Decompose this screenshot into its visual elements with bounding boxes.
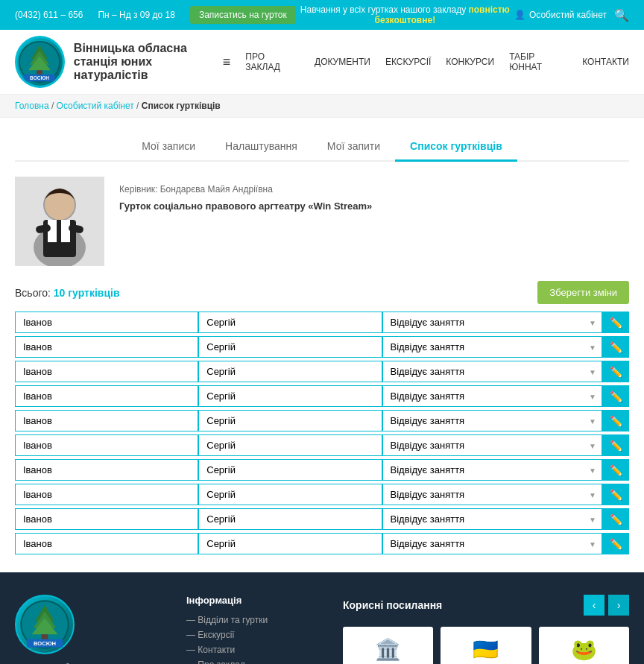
status-select[interactable]: Відвідує заняттяНе відвідуєВідраховано [382, 459, 603, 481]
table-row: Відвідує заняттяНе відвідуєВідраховано▼✏… [15, 508, 629, 530]
status-select[interactable]: Відвідує заняттяНе відвідуєВідраховано [382, 484, 603, 505]
last-name-input[interactable] [15, 508, 198, 530]
phone-number: (0432) 611 – 656 [15, 10, 83, 20]
link-card[interactable]: 🐸БУВР Південного Бугу [539, 627, 629, 664]
personal-cabinet-link[interactable]: 👤 Особистий кабінет [514, 10, 607, 20]
status-select[interactable]: Відвідує заняттяНе відвідуєВідраховано [382, 434, 603, 456]
table-row: Відвідує заняттяНе відвідуєВідраховано▼✏… [15, 459, 629, 481]
table-row: Відвідує заняттяНе відвідуєВідраховано▼✏… [15, 484, 629, 505]
first-name-input[interactable] [198, 312, 382, 333]
tab-my-records[interactable]: Мої записи [127, 133, 210, 162]
status-select[interactable]: Відвідує заняттяНе відвідуєВідраховано [382, 533, 603, 554]
first-name-input[interactable] [198, 410, 382, 431]
link-card[interactable]: 🇺🇦Міністерство освіти і науки України [441, 627, 531, 664]
first-name-input[interactable] [198, 484, 382, 505]
svg-text:ВОСЮН: ВОСЮН [30, 75, 49, 80]
last-name-input[interactable] [15, 410, 198, 431]
table-row: Відвідує заняттяНе відвідуєВідраховано▼✏… [15, 410, 629, 431]
status-select[interactable]: Відвідує заняттяНе відвідуєВідраховано [382, 508, 603, 530]
nav-tabir[interactable]: ТАБІР ЮННАТ [509, 51, 567, 72]
status-select-wrapper: Відвідує заняттяНе відвідуєВідраховано▼ [382, 459, 603, 481]
status-select[interactable]: Відвідує заняттяНе відвідуєВідраховано [382, 312, 603, 333]
edit-button[interactable]: ✏️ [602, 361, 629, 382]
first-name-input[interactable] [198, 336, 382, 358]
register-button[interactable]: Записатись на гурток [190, 6, 296, 24]
edit-button[interactable]: ✏️ [602, 434, 629, 456]
first-name-input[interactable] [198, 508, 382, 530]
logo-text: ВОСЮН [17, 39, 62, 84]
footer-logo: ВОСЮН [15, 595, 75, 654]
last-name-input[interactable] [15, 434, 198, 456]
tab-student-list[interactable]: Список гуртківців [395, 133, 517, 162]
footer-logo-svg: ВОСЮН [19, 598, 71, 651]
tab-settings[interactable]: Налаштування [210, 133, 312, 162]
footer-info-link[interactable]: — Екскурсії [186, 630, 321, 640]
last-name-input[interactable] [15, 484, 198, 505]
table-row: Відвідує заняттяНе відвідуєВідраховано▼✏… [15, 434, 629, 456]
next-arrow-button[interactable]: › [608, 595, 629, 616]
nav-kontakty[interactable]: КОНТАКТИ [582, 57, 629, 67]
nav-konkursy[interactable]: КОНКУРСИ [446, 57, 494, 67]
status-select-wrapper: Відвідує заняттяНе відвідуєВідраховано▼ [382, 312, 603, 333]
site-title: Вінницька обласна станція юних натураліс… [74, 42, 223, 82]
table-row: Відвідує заняттяНе відвідуєВідраховано▼✏… [15, 312, 629, 333]
nav-ekskursii[interactable]: ЕКСКУРСІЇ [385, 57, 431, 67]
link-card[interactable]: 🏛️Департамент освіти Вінницької обласної… [343, 627, 433, 664]
footer-links-header: Корисні посилання ‹ › [343, 595, 629, 616]
status-select[interactable]: Відвідує заняттяНе відвідуєВідраховано [382, 361, 603, 382]
edit-button[interactable]: ✏️ [602, 385, 629, 407]
edit-button[interactable]: ✏️ [602, 508, 629, 530]
search-button[interactable]: 🔍 [614, 8, 629, 22]
first-name-input[interactable] [198, 459, 382, 481]
status-select-wrapper: Відвідує заняттяНе відвідуєВідраховано▼ [382, 508, 603, 530]
last-name-input[interactable] [15, 459, 198, 481]
work-hours: Пн – Нд з 09 до 18 [98, 10, 174, 20]
nav-arrows: ‹ › [584, 595, 629, 616]
status-select-wrapper: Відвідує заняттяНе відвідуєВідраховано▼ [382, 385, 603, 407]
edit-button[interactable]: ✏️ [602, 484, 629, 505]
link-card-icon: 🇺🇦 [467, 634, 505, 664]
tab-my-requests[interactable]: Мої запити [312, 133, 395, 162]
footer-links-container: — Відділи та гуртки— Екскурсії— Контакти… [186, 615, 321, 664]
status-select[interactable]: Відвідує заняттяНе відвідуєВідраховано [382, 336, 603, 358]
footer-info-link[interactable]: — Контакти [186, 645, 321, 655]
top-bar-right: 👤 Особистий кабінет 🔍 [514, 8, 629, 22]
breadcrumb: Головна / Особистий кабінет / Список гур… [0, 95, 644, 118]
top-bar-left: (0432) 611 – 656 Пн – Нд з 09 до 18 Запи… [15, 6, 296, 24]
breadcrumb-cabinet[interactable]: Особистий кабінет [57, 101, 134, 111]
logo-svg: ВОСЮН [17, 38, 62, 86]
status-select[interactable]: Відвідує заняттяНе відвідуєВідраховано [382, 385, 603, 407]
edit-button[interactable]: ✏️ [602, 410, 629, 431]
footer-info-link[interactable]: — Відділи та гуртки [186, 615, 321, 625]
nav-dokumenty[interactable]: ДОКУМЕНТИ [315, 57, 370, 67]
last-name-input[interactable] [15, 385, 198, 407]
hamburger-icon[interactable]: ≡ [223, 54, 231, 70]
nav-pro-zaklad[interactable]: ПРО ЗАКЛАД [245, 51, 300, 72]
info-title: Інформація [186, 595, 321, 606]
first-name-input[interactable] [198, 434, 382, 456]
header-logo: ВОСЮН Вінницька обласна станція юних нат… [15, 36, 223, 88]
students-count-link[interactable]: 10 гуртківців [54, 287, 120, 299]
first-name-input[interactable] [198, 361, 382, 382]
breadcrumb-home[interactable]: Головна [15, 101, 49, 111]
edit-button[interactable]: ✏️ [602, 533, 629, 554]
last-name-input[interactable] [15, 361, 198, 382]
last-name-input[interactable] [15, 336, 198, 358]
students-header: Всього: 10 гуртківців Зберегти зміни [15, 281, 629, 304]
main-nav: ≡ ПРО ЗАКЛАД ДОКУМЕНТИ ЕКСКУРСІЇ КОНКУРС… [223, 51, 629, 72]
prev-arrow-button[interactable]: ‹ [584, 595, 604, 616]
first-name-input[interactable] [198, 385, 382, 407]
last-name-input[interactable] [15, 312, 198, 333]
footer-info-link[interactable]: — Про заклад [186, 660, 321, 664]
edit-button[interactable]: ✏️ [602, 459, 629, 481]
footer-useful-links: Корисні посилання ‹ › 🏛️Департамент осві… [343, 595, 629, 664]
edit-button[interactable]: ✏️ [602, 336, 629, 358]
first-name-input[interactable] [198, 533, 382, 554]
save-button[interactable]: Зберегти зміни [537, 281, 629, 304]
footer-info: Інформація — Відділи та гуртки— Екскурсі… [186, 595, 321, 664]
edit-button[interactable]: ✏️ [602, 312, 629, 333]
links-grid: 🏛️Департамент освіти Вінницької обласної… [343, 627, 629, 664]
table-row: Відвідує заняттяНе відвідуєВідраховано▼✏… [15, 533, 629, 554]
status-select[interactable]: Відвідує заняттяНе відвідуєВідраховано [382, 410, 603, 431]
last-name-input[interactable] [15, 533, 198, 554]
